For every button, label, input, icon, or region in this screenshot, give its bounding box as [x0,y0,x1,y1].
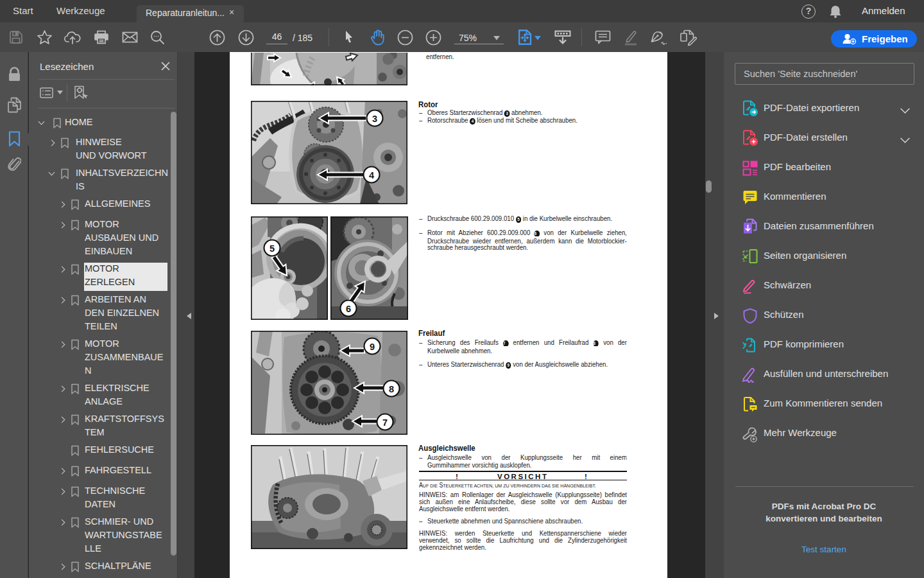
svg-text:9: 9 [370,342,375,352]
svg-text:6: 6 [346,304,351,314]
svg-text:5: 5 [270,243,275,254]
svg-text:4: 4 [369,170,374,180]
svg-text:7: 7 [382,417,388,428]
svg-text:8: 8 [389,384,394,394]
svg-text:3: 3 [372,114,377,124]
